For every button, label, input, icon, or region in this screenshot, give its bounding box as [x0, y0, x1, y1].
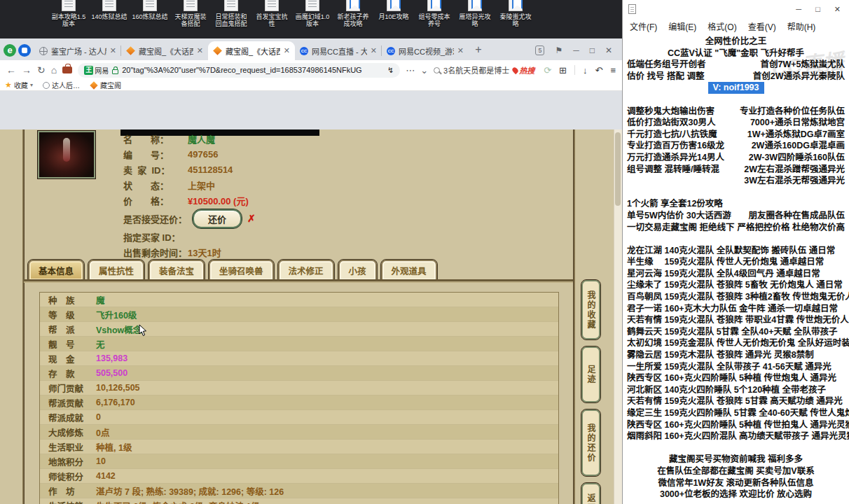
browser-tab[interactable]: 鉴宝广场 - 达人后… ✕: [34, 41, 121, 60]
text-line-left: 微信常年1W好友 滚动更新各种队伍信息: [658, 477, 813, 489]
detail-tab[interactable]: 外观道具: [381, 260, 437, 281]
minimize-button[interactable]: ─: [573, 46, 579, 55]
search-suggestion[interactable]: 3名航天员都是博士 热搜: [434, 64, 534, 76]
back-icon[interactable]: ←: [6, 65, 16, 75]
desktop-icon[interactable]: 天梯双魔装备搭配: [172, 0, 209, 27]
detail-tab[interactable]: 基本信息: [28, 260, 84, 281]
info-label: 编 号：: [123, 148, 188, 161]
minimize-button[interactable]: ─: [796, 5, 801, 14]
lightning-extension-icon[interactable]: ↯: [387, 66, 394, 75]
browser-tab[interactable]: 网易CC直播 - 大型… ✕: [295, 41, 382, 60]
desktop-icon[interactable]: 新老孩子养成攻略: [335, 0, 371, 27]
tab-close-icon[interactable]: ✕: [284, 46, 290, 55]
detail-tab[interactable]: 坐骑召唤兽: [209, 260, 274, 281]
desktop-icon[interactable]: 140炼狱总结: [91, 0, 127, 27]
detail-tabs: 基本信息 属性抗性 装备法宝 坐骑召唤兽 法术修正: [28, 260, 437, 281]
menu-icon[interactable]: ≡: [610, 65, 616, 76]
desktop-icon[interactable]: 组号零成本养号: [416, 0, 453, 27]
bargain-button[interactable]: 还价: [193, 209, 242, 228]
desktop-icon[interactable]: 160炼狱总结: [132, 0, 168, 27]
bookmark-item[interactable]: 达人后…: [43, 80, 80, 90]
detail-tab[interactable]: 法术修正: [278, 260, 334, 281]
side-tab[interactable]: 我的收藏: [581, 280, 600, 340]
tab-title: 藏宝阁_《大话西游…: [139, 46, 193, 57]
tab-favicon: [387, 47, 395, 55]
text-line-left: 估价 找号 搭配 调整: [627, 71, 704, 83]
text-line: 百鸟朝凤 159克火混队 苍狼阵 3种植2畜牧 传世炮鬼无价人: [623, 291, 849, 303]
undo-icon[interactable]: ↶: [595, 65, 603, 76]
browser-tab[interactable]: 藏宝阁_《大话西游… ✕: [208, 41, 295, 60]
stat-label: 帮 派: [40, 323, 96, 336]
tab-close-icon[interactable]: ✕: [110, 46, 116, 55]
text-line-right: 朋友圈各种在售成品队伍: [748, 210, 845, 222]
menu-item[interactable]: 编辑(E): [668, 20, 696, 32]
reload-icon[interactable]: ↻: [37, 65, 46, 75]
sync-icon[interactable]: ⟳: [544, 65, 551, 76]
menu-item[interactable]: 查看(V): [748, 20, 776, 32]
menu-item[interactable]: 帮助(H): [787, 20, 816, 32]
download-icon[interactable]: ↓: [583, 65, 588, 76]
close-button[interactable]: ✕: [834, 5, 841, 14]
table-row: 生活技能 生生不已 2级; 炼金之术 3级; 变身妙法 1级;: [40, 498, 558, 504]
desktop-icon[interactable]: 首发宝宝抗性: [254, 0, 290, 27]
text-line: 雾隐云居 159克木混队 苍狼阵 通异光 灵猴8禁制: [623, 349, 849, 361]
detail-tab-label: 外观道具: [392, 267, 427, 276]
stat-label: 存 款: [40, 367, 96, 380]
search-hot-text[interactable]: 3名航天员都是博士: [443, 64, 509, 76]
bookmark-item[interactable]: 藏宝阁: [90, 80, 121, 90]
desktop-icon[interactable]: 日常搭装和回血鬼搭配: [213, 0, 249, 27]
address-bar[interactable]: 王 网易 20"tag"%3A%20"user"%7D&reco_request…: [78, 63, 400, 78]
scrollbar-thumb[interactable]: [615, 132, 621, 206]
desktop-icon[interactable]: 画魔幻域1.0版本: [294, 0, 331, 27]
forward-icon[interactable]: →: [22, 65, 32, 75]
desktop-icon-label: 160炼狱总结: [132, 13, 167, 20]
text-line: 3000+位老板的选择 欢迎比价 放心选购: [623, 489, 849, 500]
toolbar-right-icons: ⟳ ⊞ ↓ ↶ ≡: [544, 65, 616, 76]
menu-item[interactable]: 格式(O): [708, 20, 736, 32]
desktop-icon[interactable]: 雁塔异光攻略: [457, 0, 493, 27]
side-tab[interactable]: 返回顶部: [581, 483, 600, 504]
browser-tab[interactable]: 网易CC视频_游戏视… ✕: [382, 41, 469, 60]
detail-tab-label: 小孩: [349, 267, 366, 276]
text-line-left: 单号5W内估价 30大话西游: [627, 210, 731, 222]
text-line: 尘缘未了 159克火混队 苍狼阵 5畜牧 无价炮鬼人 通日常: [623, 279, 849, 291]
maximize-button[interactable]: □: [815, 5, 820, 14]
bookmarks-label: 收藏: [14, 80, 28, 90]
chevron-down-icon[interactable]: ⌄: [420, 65, 428, 76]
url-text[interactable]: 20"tag"%3A%20"user"%7D&reco_request_id=1…: [122, 66, 384, 74]
detail-tab[interactable]: 装备法宝: [149, 260, 205, 281]
browser-tab[interactable]: 藏宝阁_《大话西游… ✕: [121, 41, 208, 60]
desktop-icon[interactable]: 副本攻略1.5版本: [50, 0, 87, 27]
session-counter-icon[interactable]: 5: [535, 46, 544, 55]
briefcase-extension-icon[interactable]: [62, 66, 72, 74]
bookmarks-folder[interactable]: ★ 收藏 ▾: [5, 80, 33, 90]
panel-right-border: [573, 130, 575, 504]
desktop-icon[interactable]: 月10E攻略: [375, 0, 412, 27]
tab-close-icon[interactable]: ✕: [371, 46, 377, 55]
side-tab[interactable]: 足迹: [581, 346, 600, 402]
new-tab-button[interactable]: +: [470, 41, 487, 58]
more-options-icon[interactable]: ⋯: [406, 65, 415, 76]
apps-grid-icon[interactable]: ⊞: [559, 65, 567, 76]
tab-close-icon[interactable]: ✕: [197, 46, 203, 55]
lock-icon[interactable]: [112, 69, 118, 74]
notepad-content[interactable]: CC直播 全网性价比之王 CC蓝V认证 "飞魔"金职 飞升好帮手 低端任务组号开…: [623, 34, 849, 500]
close-button[interactable]: ✕: [605, 46, 612, 55]
desktop-icon[interactable]: 秦陵蚩尤攻略: [497, 0, 534, 27]
side-tab[interactable]: 我的还价: [581, 410, 600, 476]
collections-flag-icon[interactable]: ⚑: [555, 46, 562, 55]
basic-info-table: 种 族 魔 等 级 飞升160级 帮 派 Vshow概念 靓 号: [39, 292, 559, 504]
hot-label: 热搜: [519, 64, 534, 76]
hot-search-badge[interactable]: 热搜: [513, 64, 534, 76]
menu-item[interactable]: 文件(F): [630, 20, 657, 32]
maximize-button[interactable]: □: [590, 46, 595, 55]
home-icon[interactable]: ⌂: [51, 65, 57, 75]
browser-logo-icon[interactable]: e: [4, 44, 16, 57]
desktop-icon-label: 画魔幻域1.0版本: [294, 13, 331, 27]
desktop-icon-label: 秦陵蚩尤攻略: [497, 13, 534, 27]
detail-tab[interactable]: 小孩: [338, 260, 377, 281]
tab-close-icon[interactable]: ✕: [457, 46, 464, 55]
text-line-right: 3W左右混杀无帮强通异光: [744, 175, 845, 187]
profile-icon[interactable]: [18, 44, 31, 57]
detail-tab[interactable]: 属性抗性: [88, 260, 144, 281]
